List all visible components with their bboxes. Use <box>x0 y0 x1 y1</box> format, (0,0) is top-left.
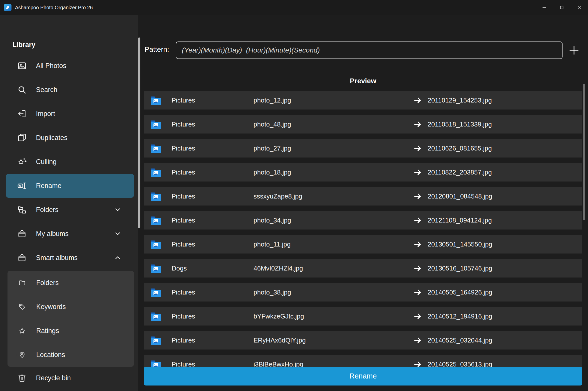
row-original-filename: sssxyuZape8.jpg <box>254 192 302 200</box>
close-icon <box>576 4 582 10</box>
arrow-right-icon <box>413 96 422 105</box>
tag-icon <box>18 303 26 310</box>
titlebar: Ashampoo Photo Organizer Pro 26 <box>0 0 588 15</box>
sidebar-item-smart-albums[interactable]: Smart albums <box>6 246 134 270</box>
smart-album-label: Keywords <box>36 303 66 311</box>
smart-album-keywords[interactable]: Keywords <box>7 295 134 319</box>
preview-row[interactable]: Pictures photo_11.jpg 20130501_145550.jp… <box>144 235 582 254</box>
add-pattern-button[interactable] <box>568 44 581 57</box>
row-original-filename: photo_27.jpg <box>254 144 291 152</box>
smart-album-ratings[interactable]: Ratings <box>7 319 134 343</box>
rename-panel: Pattern: Preview Pictures photo_12.jpg 2… <box>138 15 588 391</box>
import-icon <box>17 109 27 118</box>
row-new-filename: 20121108_094124.jpg <box>428 216 492 224</box>
plus-icon <box>568 44 580 56</box>
preview-scrollbar-thumb[interactable] <box>583 84 585 220</box>
folder-image-icon <box>150 166 162 178</box>
row-folder-name: Dogs <box>172 264 187 272</box>
chevron-down-icon[interactable] <box>114 206 121 214</box>
sidebar-item-recycle-bin[interactable]: Recycle bin <box>6 366 134 390</box>
maximize-button[interactable] <box>553 0 571 15</box>
minimize-button[interactable] <box>536 0 553 15</box>
sidebar-item-duplicates[interactable]: Duplicates <box>6 126 134 150</box>
trash-icon <box>17 373 27 383</box>
search-icon <box>17 85 27 94</box>
row-folder-name: Pictures <box>172 96 195 104</box>
row-new-filename: 20110518_151339.jpg <box>428 120 492 128</box>
arrow-right-icon <box>413 240 422 249</box>
sidebar-item-my-albums[interactable]: My albums <box>6 222 134 246</box>
row-original-filename: photo_48.jpg <box>254 120 291 128</box>
row-folder-name: Pictures <box>172 168 195 176</box>
sidebar-item-label: Smart albums <box>36 254 78 262</box>
row-folder-name: Pictures <box>172 312 195 320</box>
chevron-down-icon[interactable] <box>114 230 121 238</box>
location-pin-icon <box>18 351 26 358</box>
sidebar: Library All Photos Search Import Duplica… <box>0 15 138 391</box>
folder-image-icon <box>150 214 162 226</box>
preview-row[interactable]: Pictures photo_12.jpg 20110129_154253.jp… <box>144 91 582 110</box>
preview-row[interactable]: Pictures photo_27.jpg 20110626_081655.jp… <box>144 139 582 158</box>
preview-row[interactable]: Pictures sssxyuZape8.jpg 20120801_084548… <box>144 187 582 206</box>
preview-row[interactable]: Dogs 46MvI0ZHZl4.jpg 20130516_105746.jpg <box>144 259 582 278</box>
row-folder-name: Pictures <box>172 192 195 200</box>
app-window: { "titlebar": { "app_title": "Ashampoo P… <box>0 0 588 391</box>
arrow-right-icon <box>413 216 422 225</box>
folder-image-icon <box>150 94 162 106</box>
smart-album-locations[interactable]: Locations <box>7 343 134 367</box>
chevron-up-icon[interactable] <box>114 254 121 262</box>
sidebar-item-folders[interactable]: Folders <box>6 198 134 222</box>
sidebar-item-import[interactable]: Import <box>6 102 134 126</box>
pattern-input[interactable] <box>176 42 563 59</box>
sidebar-scrollbar-thumb[interactable] <box>138 38 140 228</box>
preview-row[interactable]: Pictures ERyHAx6dQlY.jpg 20140525_032044… <box>144 331 582 350</box>
smart-album-label: Ratings <box>36 327 59 335</box>
folder-image-icon <box>150 238 162 250</box>
sidebar-item-label: Rename <box>36 182 61 190</box>
row-folder-name: Pictures <box>172 240 195 248</box>
pattern-label: Pattern: <box>145 46 169 54</box>
row-new-filename: 20110129_154253.jpg <box>428 96 492 104</box>
folder-image-icon <box>150 190 162 202</box>
arrow-right-icon <box>413 168 422 177</box>
row-new-filename: 20120801_084548.jpg <box>428 192 492 200</box>
row-folder-name: Pictures <box>172 144 195 152</box>
row-folder-name: Pictures <box>172 216 195 224</box>
row-original-filename: photo_11.jpg <box>254 240 291 248</box>
smart-album-label: Locations <box>36 351 65 359</box>
row-new-filename: 20140525_032044.jpg <box>428 336 492 344</box>
rename-button[interactable]: Rename <box>144 367 582 386</box>
close-button[interactable] <box>571 0 588 15</box>
app-logo-icon <box>4 4 11 11</box>
sidebar-item-label: Folders <box>36 206 58 214</box>
sidebar-item-all-photos[interactable]: All Photos <box>6 54 134 78</box>
sidebar-item-search[interactable]: Search <box>6 78 134 102</box>
all-photos-icon <box>17 61 27 70</box>
preview-row[interactable]: Pictures photo_18.jpg 20110822_203857.jp… <box>144 163 582 182</box>
folder-image-icon <box>150 310 162 322</box>
sidebar-item-label: Culling <box>36 158 57 166</box>
preview-list: Pictures photo_12.jpg 20110129_154253.jp… <box>144 91 582 371</box>
row-folder-name: Pictures <box>172 288 195 296</box>
folder-icon <box>18 279 26 286</box>
preview-row[interactable]: Pictures photo_48.jpg 20110518_151339.jp… <box>144 115 582 134</box>
row-original-filename: photo_38.jpg <box>254 288 291 296</box>
smart-album-folders[interactable]: Folders <box>7 271 134 295</box>
duplicates-icon <box>17 133 27 142</box>
folder-image-icon <box>150 118 162 130</box>
row-new-filename: 20110822_203857.jpg <box>428 168 492 176</box>
preview-row[interactable]: Pictures bYFwkzeGJtc.jpg 20140512_194916… <box>144 307 582 326</box>
preview-row[interactable]: Pictures photo_38.jpg 20140505_164926.jp… <box>144 283 582 302</box>
preview-row[interactable]: Pictures photo_34.jpg 20121108_094124.jp… <box>144 211 582 230</box>
folder-image-icon <box>150 334 162 346</box>
folder-image-icon <box>150 142 162 154</box>
sidebar-item-culling[interactable]: Culling <box>6 150 134 174</box>
folder-tree-icon <box>17 205 27 214</box>
star-icon <box>18 327 26 334</box>
arrow-right-icon <box>413 264 422 273</box>
recycle-bin-container: Recycle bin <box>0 366 138 390</box>
sidebar-item-rename[interactable]: Rename <box>6 174 134 198</box>
sidebar-item-label: My albums <box>36 230 69 238</box>
minimize-icon <box>542 5 547 10</box>
arrow-right-icon <box>413 288 422 297</box>
